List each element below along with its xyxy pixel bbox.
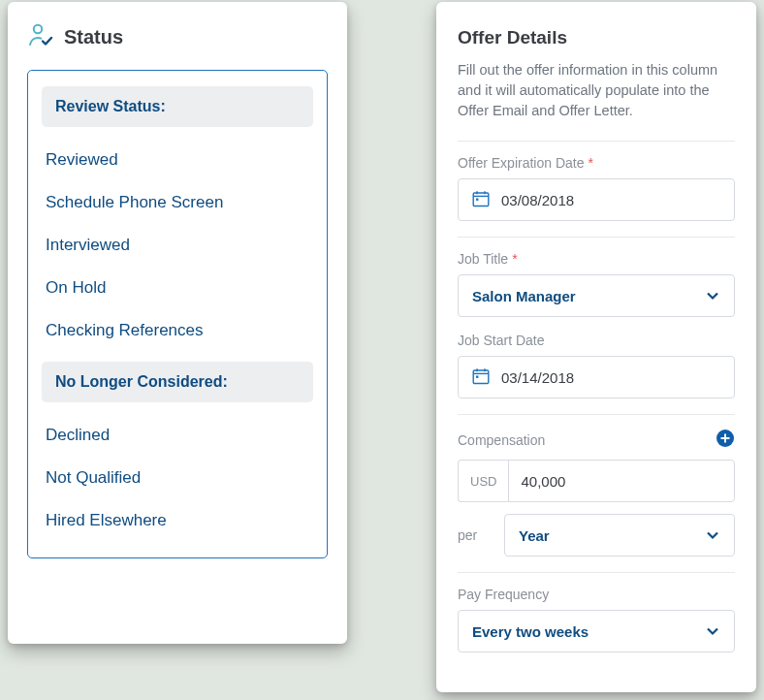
calendar-icon [472,190,490,210]
divider [458,414,735,415]
status-item-checking-references[interactable]: Checking References [42,309,313,352]
chevron-down-icon [705,288,720,303]
status-item-interviewed[interactable]: Interviewed [42,224,313,267]
pay-frequency-select[interactable]: Every two weeks [458,610,735,652]
job-title-label: Job Title * [458,251,735,267]
job-start-value: 03/14/2018 [501,369,574,386]
per-label: per [458,527,491,543]
compensation-label: Compensation [458,432,545,448]
chevron-down-icon [705,527,720,543]
svg-rect-1 [473,193,489,207]
divider [458,237,735,238]
svg-rect-5 [476,198,478,200]
job-start-input[interactable]: 03/14/2018 [458,356,735,398]
job-start-block: Job Start Date 03/14/2018 [458,333,735,398]
svg-rect-6 [473,370,489,384]
offer-expiration-value: 03/08/2018 [501,192,574,208]
status-item-schedule-phone-screen[interactable]: Schedule Phone Screen [42,181,313,224]
per-value: Year [519,527,550,544]
job-title-select[interactable]: Salon Manager [458,274,735,317]
status-item-declined[interactable]: Declined [42,414,313,457]
person-check-icon [27,21,54,52]
job-title-block: Job Title * Salon Manager [458,251,735,317]
pay-frequency-label: Pay Frequency [458,587,735,602]
status-item-reviewed[interactable]: Reviewed [42,139,313,181]
status-title: Status [64,26,123,48]
no-longer-considered-header: No Longer Considered: [42,362,313,402]
svg-rect-10 [476,375,478,377]
compensation-amount-input[interactable]: 40,000 [508,460,735,502]
divider [458,572,735,573]
required-mark: * [588,155,592,171]
per-select[interactable]: Year [504,514,735,557]
status-item-on-hold[interactable]: On Hold [42,267,313,309]
job-title-value: Salon Manager [472,288,576,304]
status-box: Review Status: Reviewed Schedule Phone S… [27,70,328,558]
offer-expiration-label-text: Offer Expiration Date [458,155,584,171]
status-item-hired-elsewhere[interactable]: Hired Elsewhere [42,499,313,542]
status-card: Status Review Status: Reviewed Schedule … [8,2,347,644]
offer-title: Offer Details [458,27,735,48]
divider [458,141,735,142]
job-title-label-text: Job Title [458,251,508,267]
chevron-down-icon [705,623,720,639]
job-start-label-text: Job Start Date [458,333,545,348]
offer-details-card: Offer Details Fill out the offer informa… [436,2,756,692]
calendar-icon [472,367,490,388]
currency-box[interactable]: USD [458,460,508,502]
compensation-block: Compensation USD 40,000 per Year [458,429,735,557]
add-compensation-button[interactable] [716,429,735,452]
pay-frequency-value: Every two weeks [472,623,589,640]
offer-expiration-input[interactable]: 03/08/2018 [458,178,735,221]
required-mark: * [512,251,517,267]
compensation-label-text: Compensation [458,432,545,448]
status-header: Status [27,21,328,52]
pay-frequency-label-text: Pay Frequency [458,587,549,602]
plus-circle-icon [716,429,735,448]
pay-frequency-block: Pay Frequency Every two weeks [458,587,735,652]
job-start-label: Job Start Date [458,333,735,348]
offer-expiration-label: Offer Expiration Date * [458,155,735,171]
svg-point-0 [34,25,42,33]
offer-expiration-block: Offer Expiration Date * 03/08/2018 [458,155,735,221]
status-item-not-qualified[interactable]: Not Qualified [42,457,313,499]
offer-description: Fill out the offer information in this c… [458,60,735,121]
review-status-header: Review Status: [42,86,313,127]
